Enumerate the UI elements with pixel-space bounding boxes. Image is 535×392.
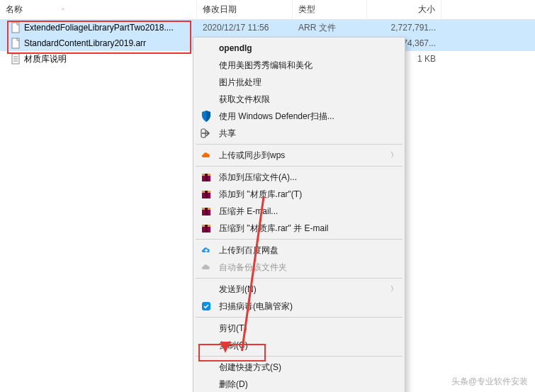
svg-rect-0 — [12, 23, 19, 33]
annotation-arrow-head — [220, 342, 230, 353]
menu-share[interactable]: 共享 — [195, 125, 403, 142]
menu-label: 使用 Windows Defender扫描... — [219, 111, 398, 123]
col-header-type[interactable]: 类型 — [293, 0, 367, 19]
menu-separator — [196, 144, 402, 145]
text-file-icon — [10, 53, 21, 65]
file-icon — [10, 38, 21, 49]
menu-label: 压缩到 "材质库.rar" 并 E-mail — [219, 223, 398, 235]
menu-cut[interactable]: 剪切(T) — [195, 320, 403, 337]
menu-baidu[interactable]: 上传到百度网盘 — [195, 242, 403, 259]
file-type: ARR 文件 — [293, 22, 367, 34]
menu-separator — [196, 317, 402, 318]
chevron-right-icon: 〉 — [390, 284, 398, 294]
menu-delete[interactable]: 删除(D) — [195, 376, 403, 392]
file-date: 2020/12/17 11:56 — [197, 23, 293, 33]
file-row[interactable]: ExtendedFoliageLibraryPartTwo2018.... 20… — [0, 20, 535, 35]
menu-label: 共享 — [219, 128, 398, 140]
context-menu: opendlg 使用美图秀秀编辑和美化 图片批处理 获取文件权限 使用 Wind… — [193, 37, 405, 392]
menu-rar-add[interactable]: 添加到压缩文件(A)... — [195, 169, 403, 186]
menu-auto-backup: 自动备份该文件夹 — [195, 259, 403, 276]
menu-scan-virus[interactable]: 扫描病毒(电脑管家) — [195, 298, 403, 315]
menu-defender[interactable]: 使用 Windows Defender扫描... — [195, 108, 403, 125]
col-name-label: 名称 — [6, 4, 23, 16]
menu-label: 压缩并 E-mail... — [219, 206, 398, 218]
column-headers: 名称 ^ 修改日期 类型 大小 — [0, 0, 535, 20]
rar-icon — [199, 204, 213, 218]
menu-label: 上传或同步到wps — [219, 150, 390, 162]
file-size: 2,727,791... — [367, 23, 441, 33]
cloud-icon — [199, 148, 213, 162]
menu-label: 创建快捷方式(S) — [219, 362, 398, 374]
menu-meitu[interactable]: 使用美图秀秀编辑和美化 — [195, 57, 403, 74]
menu-label: 扫描病毒(电脑管家) — [219, 301, 398, 313]
col-header-name[interactable]: 名称 ^ — [0, 0, 197, 19]
sort-indicator-icon: ^ — [62, 6, 64, 13]
cloud-up-icon — [199, 243, 213, 257]
menu-shortcut[interactable]: 创建快捷方式(S) — [195, 359, 403, 376]
share-icon — [199, 126, 213, 140]
menu-separator — [196, 278, 402, 279]
menu-label: 添加到 "材质库.rar"(T) — [219, 189, 398, 201]
svg-rect-15 — [205, 208, 208, 215]
file-name: StandardContentLibrary2019.arr — [24, 38, 146, 48]
menu-label: 自动备份该文件夹 — [219, 262, 398, 274]
svg-rect-1 — [12, 38, 19, 48]
menu-label: 使用美图秀秀编辑和美化 — [219, 60, 398, 72]
menu-perm[interactable]: 获取文件权限 — [195, 91, 403, 108]
scan-icon — [199, 299, 213, 313]
menu-rar-add-to[interactable]: 添加到 "材质库.rar"(T) — [195, 186, 403, 203]
watermark: 头条@专业软件安装 — [451, 376, 528, 388]
menu-label: 上传到百度网盘 — [219, 245, 398, 257]
menu-wps[interactable]: 上传或同步到wps〉 — [195, 147, 403, 164]
menu-label: 发送到(N) — [219, 284, 390, 296]
file-icon — [10, 22, 21, 33]
menu-rar-email-to[interactable]: 压缩到 "材质库.rar" 并 E-mail — [195, 220, 403, 237]
svg-rect-9 — [205, 174, 208, 181]
menu-opendlg[interactable]: opendlg — [195, 40, 403, 57]
menu-batch[interactable]: 图片批处理 — [195, 74, 403, 91]
rar-icon — [199, 221, 213, 235]
file-name: ExtendedFoliageLibraryPartTwo2018.... — [24, 23, 174, 33]
menu-label: 添加到压缩文件(A)... — [219, 172, 398, 184]
menu-send-to[interactable]: 发送到(N)〉 — [195, 281, 403, 298]
cloud-icon — [199, 260, 213, 274]
file-name: 材质库说明 — [24, 53, 67, 65]
menu-label: 复制(C) — [219, 340, 398, 352]
menu-label: 图片批处理 — [219, 77, 398, 89]
menu-label: 获取文件权限 — [219, 94, 398, 106]
svg-rect-18 — [205, 225, 208, 233]
menu-separator — [196, 239, 402, 240]
col-header-date[interactable]: 修改日期 — [197, 0, 293, 19]
chevron-right-icon: 〉 — [390, 150, 398, 160]
menu-separator — [196, 356, 402, 357]
menu-label: 删除(D) — [219, 379, 398, 391]
svg-rect-12 — [205, 191, 208, 198]
col-header-size[interactable]: 大小 — [367, 0, 441, 19]
menu-separator — [196, 166, 402, 167]
menu-rar-email[interactable]: 压缩并 E-mail... — [195, 203, 403, 220]
rar-icon — [199, 170, 213, 184]
rar-icon — [199, 187, 213, 201]
shield-icon — [199, 109, 213, 123]
menu-label: opendlg — [219, 43, 398, 53]
